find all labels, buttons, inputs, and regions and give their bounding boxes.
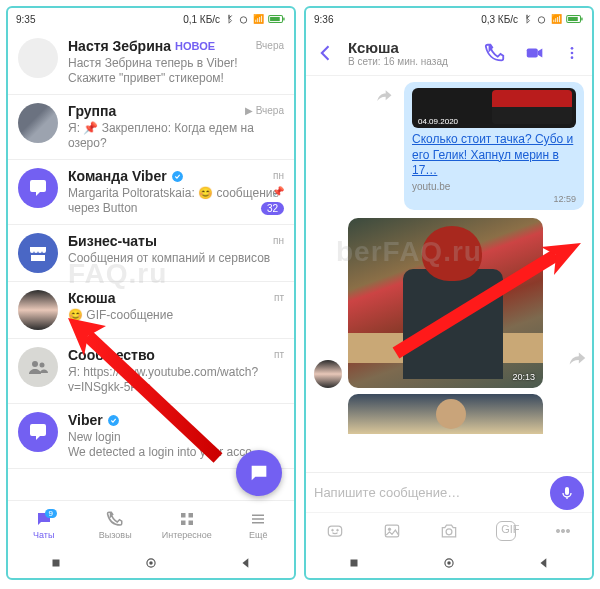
nav-label: Вызовы	[99, 530, 132, 540]
nav-chats[interactable]: 9 Чаты	[8, 501, 80, 548]
message-input-bar: Напишите сообщение…	[306, 472, 592, 512]
svg-rect-22	[581, 18, 582, 21]
battery-icon	[566, 14, 584, 24]
avatar	[18, 347, 58, 387]
phone-icon	[106, 510, 124, 528]
voice-message-button[interactable]	[550, 476, 584, 510]
chat-meta: Вчера	[256, 40, 284, 51]
bottom-nav: 9 Чаты Вызовы Интересное Ещё	[8, 500, 294, 548]
svg-rect-21	[568, 17, 578, 21]
nav-label: Интересное	[162, 530, 212, 540]
shop-icon	[26, 241, 50, 265]
video-call-button[interactable]	[524, 42, 546, 64]
status-net: 0,3 КБ/с	[481, 14, 518, 25]
avatar	[18, 233, 58, 273]
more-button[interactable]	[553, 521, 573, 541]
menu-button[interactable]	[564, 42, 580, 64]
svg-point-39	[447, 561, 451, 565]
menu-icon	[249, 510, 267, 528]
svg-point-2	[240, 16, 246, 22]
status-bar: 9:36 0,3 КБ/с 📶	[306, 8, 592, 30]
camera-button[interactable]	[439, 521, 459, 541]
chat-icon	[248, 462, 270, 484]
android-nav-bar	[8, 548, 294, 578]
nav-label: Чаты	[33, 530, 54, 540]
back-button[interactable]	[537, 556, 551, 570]
chat-subtitle: Настя Зебрина теперь в Viber! Скажите "п…	[68, 56, 284, 86]
svg-rect-37	[350, 560, 357, 567]
nav-calls[interactable]: Вызовы	[80, 501, 152, 548]
chat-subtitle: Сообщения от компаний и сервисов	[68, 251, 284, 266]
new-chat-fab[interactable]	[236, 450, 282, 496]
svg-rect-23	[527, 48, 538, 57]
chat-item-nastya[interactable]: Настя Зебрина НОВОЕ Настя Зебрина теперь…	[8, 30, 294, 95]
forward-icon[interactable]	[374, 86, 394, 106]
nav-label: Ещё	[249, 530, 267, 540]
android-nav-bar	[306, 548, 592, 578]
link-title[interactable]: Сколько стоит тачка? Субо и его Гелик! Х…	[412, 132, 576, 179]
svg-point-8	[40, 363, 45, 368]
community-icon	[26, 355, 50, 379]
attachment-toolbar: GIF	[306, 512, 592, 548]
annotation-arrow	[58, 308, 228, 468]
nav-explore[interactable]: Интересное	[151, 501, 223, 548]
svg-point-35	[562, 529, 565, 532]
avatar	[18, 412, 58, 452]
back-button[interactable]	[239, 556, 253, 570]
outgoing-message[interactable]: 04.09.2020 Сколько стоит тачка? Субо и е…	[404, 82, 584, 210]
status-bar: 9:35 0,1 КБ/с 📶	[8, 8, 294, 30]
back-button[interactable]	[314, 41, 338, 65]
unread-badge: 32	[261, 202, 284, 215]
contact-info[interactable]: Ксюша В сети: 16 мин. назад	[348, 39, 470, 67]
chat-item-business[interactable]: Бизнес-чаты Сообщения от компаний и серв…	[8, 225, 294, 282]
home-button[interactable]	[144, 556, 158, 570]
svg-point-24	[571, 47, 574, 50]
chat-meta: пн	[273, 235, 284, 246]
svg-point-36	[567, 529, 570, 532]
home-button[interactable]	[442, 556, 456, 570]
chat-subtitle: Margarita Poltoratskaia: 😊 сообщение чер…	[68, 186, 284, 216]
chat-item-group[interactable]: Группа Я: 📌 Закреплено: Когда едем на оз…	[8, 95, 294, 160]
svg-rect-11	[188, 513, 193, 518]
message-time: 12:59	[412, 194, 576, 204]
sticker-button[interactable]	[325, 521, 345, 541]
gif-button[interactable]: GIF	[496, 521, 516, 541]
avatar	[18, 290, 58, 330]
svg-rect-5	[283, 18, 284, 21]
chat-title: Настя Зебрина	[68, 38, 171, 54]
chat-meta: пт	[274, 349, 284, 360]
svg-point-29	[331, 529, 333, 531]
nav-more[interactable]: Ещё	[223, 501, 295, 548]
gallery-button[interactable]	[382, 521, 402, 541]
voice-call-button[interactable]	[484, 42, 506, 64]
svg-point-6	[172, 171, 183, 182]
gif-message-partial[interactable]	[348, 394, 543, 434]
chat-meta: пт	[274, 292, 284, 303]
sender-avatar[interactable]	[314, 360, 342, 388]
battery-icon	[268, 14, 286, 24]
svg-rect-14	[52, 560, 59, 567]
svg-point-32	[388, 528, 391, 531]
svg-rect-27	[565, 487, 569, 495]
svg-point-7	[32, 361, 38, 367]
bluetooth-icon	[224, 14, 234, 24]
preview-thumbnail	[492, 90, 572, 124]
message-input[interactable]: Напишите сообщение…	[314, 485, 542, 500]
viber-icon	[26, 176, 50, 200]
signal-icon: 📶	[551, 14, 562, 24]
gif-content	[436, 399, 466, 429]
chat-item-viber-team[interactable]: Команда Viber Margarita Poltoratskaia: 😊…	[8, 160, 294, 225]
svg-rect-13	[188, 520, 193, 525]
chat-title: Команда Viber	[68, 168, 167, 184]
recent-apps-button[interactable]	[347, 556, 361, 570]
chats-screen: 9:35 0,1 КБ/с 📶 Настя Зебрина НОВОЕ Наст…	[6, 6, 296, 580]
chat-title: Ксюша	[68, 290, 116, 306]
svg-point-26	[571, 56, 574, 59]
nav-badge: 9	[45, 509, 57, 518]
svg-rect-10	[181, 513, 186, 518]
status-net: 0,1 КБ/с	[183, 14, 220, 25]
recent-apps-button[interactable]	[49, 556, 63, 570]
arrow-left-icon	[316, 43, 336, 63]
preview-date: 04.09.2020	[418, 117, 458, 126]
chat-subtitle: Я: 📌 Закреплено: Когда едем на озеро?	[68, 121, 284, 151]
